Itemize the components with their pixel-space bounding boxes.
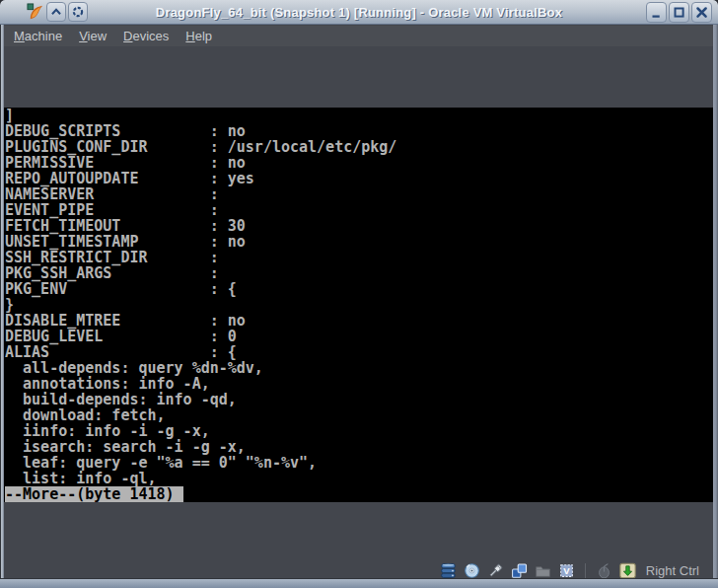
menu-machine[interactable]: Machine [14,29,62,43]
hard-disks-icon[interactable] [440,562,457,579]
maximize-button[interactable] [669,2,689,23]
menu-devices[interactable]: Devices [123,29,169,43]
window-frame-left [0,25,4,579]
virtualization-icon[interactable]: V [558,562,575,579]
window-title: DragonFly_64_bit (Snapshot 1) [Running] … [0,0,718,25]
guest-console-screen[interactable]: ] DEBUG_SCRIPTS : no PLUGINS_CONF_DIR : … [4,108,713,502]
mouse-integration-icon[interactable] [596,562,612,579]
host-key-icon[interactable] [619,562,636,579]
terminal-cursor [175,486,183,502]
virtualbox-vm-window: DragonFly_64_bit (Snapshot 1) [Running] … [0,0,718,588]
statusbar-separator [585,563,586,578]
status-bar: V Right Ctrl [4,560,713,580]
window-frame-right [713,25,718,579]
more-prompt: --More--(byte 1418) [5,486,175,502]
title-bar[interactable]: DragonFly_64_bit (Snapshot 1) [Running] … [0,0,718,25]
svg-text:V: V [563,565,570,576]
shared-folders-icon[interactable] [535,562,551,579]
usb-devices-icon[interactable] [487,562,504,579]
menu-bar: Machine View Devices Help [0,26,718,46]
menu-help[interactable]: Help [185,29,212,43]
pager-more-row: --More--(byte 1418) [5,486,183,502]
optical-drives-icon[interactable] [464,562,480,579]
network-icon[interactable] [511,562,528,579]
host-key-name: Right Ctrl [646,563,699,578]
window-frame-bottom [0,578,718,588]
close-button[interactable] [691,2,712,23]
menu-view[interactable]: View [79,29,107,43]
terminal-output: ] DEBUG_SCRIPTS : no PLUGINS_CONF_DIR : … [5,108,396,486]
minimize-button[interactable] [646,2,667,23]
